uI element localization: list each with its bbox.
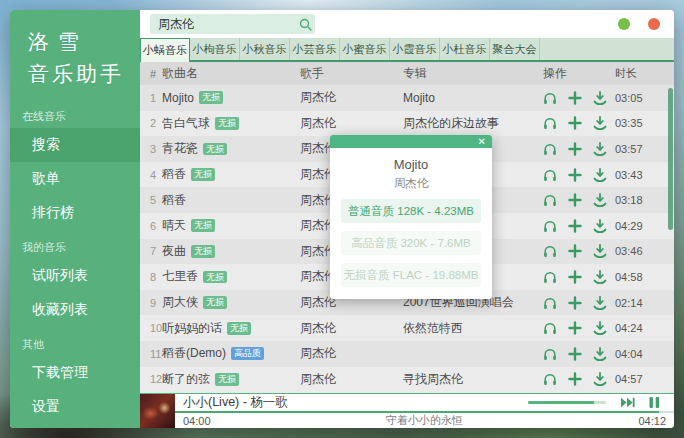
preview-icon[interactable] bbox=[543, 142, 557, 156]
quality-options: 普通音质 128K - 4.23MB高品音质 320K - 7.6MB无损音质 … bbox=[330, 199, 492, 287]
row-number: 8 bbox=[140, 271, 162, 283]
song-name: 听妈妈的话 bbox=[162, 320, 222, 337]
preview-icon[interactable] bbox=[543, 347, 557, 361]
preview-icon[interactable] bbox=[543, 193, 557, 207]
close-icon[interactable]: ✕ bbox=[472, 135, 492, 148]
source-tabs: 小蜗音乐小枸音乐小秋音乐小芸音乐小蜜音乐小霞音乐小杜音乐聚合大会 bbox=[140, 38, 674, 62]
scrollbar-thumb[interactable] bbox=[668, 88, 673, 230]
add-icon[interactable] bbox=[568, 244, 582, 258]
table-row[interactable]: 2告白气球无损周杰伦周杰伦的床边故事03:35 bbox=[140, 111, 674, 137]
preview-icon[interactable] bbox=[543, 168, 557, 182]
minimize-button[interactable] bbox=[618, 18, 630, 30]
add-icon[interactable] bbox=[568, 372, 582, 386]
preview-icon[interactable] bbox=[543, 91, 557, 105]
sidebar-item-search[interactable]: 搜索 bbox=[10, 128, 140, 162]
table-row[interactable]: 1Mojito无损周杰伦Mojito03:05 bbox=[140, 85, 674, 111]
artist-name: 周杰伦 bbox=[300, 320, 403, 337]
add-icon[interactable] bbox=[568, 193, 582, 207]
search-input[interactable] bbox=[150, 17, 295, 31]
desktop-wallpaper: 洛雪 音乐助手 在线音乐搜索歌单排行榜我的音乐试听列表收藏列表其他下载管理设置 bbox=[0, 0, 684, 438]
add-icon[interactable] bbox=[568, 296, 582, 310]
sidebar-item-listen-list[interactable]: 试听列表 bbox=[10, 259, 140, 293]
sidebar-item-leaderboard[interactable]: 排行榜 bbox=[10, 196, 140, 230]
table-header: #歌曲名歌手专辑操作时长 bbox=[140, 62, 674, 85]
player-bar: 小小(Live) - 杨一歌 bbox=[140, 393, 674, 428]
song-duration: 04:57 bbox=[605, 373, 674, 385]
row-actions bbox=[533, 91, 605, 105]
quality-option-1[interactable]: 高品音质 320K - 7.6MB bbox=[341, 231, 481, 255]
tab-xiaoqiu[interactable]: 小秋音乐 bbox=[240, 38, 290, 60]
add-icon[interactable] bbox=[568, 91, 582, 105]
quality-option-2[interactable]: 无损音质 FLAC - 19.88MB bbox=[341, 263, 481, 287]
song-duration: 03:18 bbox=[605, 194, 674, 206]
tab-xiaodu[interactable]: 小杜音乐 bbox=[440, 38, 490, 60]
add-icon[interactable] bbox=[568, 219, 582, 233]
sidebar-item-settings[interactable]: 设置 bbox=[10, 390, 140, 424]
quality-option-0[interactable]: 普通音质 128K - 4.23MB bbox=[341, 199, 481, 223]
volume-slider[interactable] bbox=[528, 401, 606, 404]
modal-header: ✕ bbox=[330, 135, 492, 148]
song-name-cell: 听妈妈的话无损 bbox=[162, 320, 300, 337]
song-name-cell: 稻香无损 bbox=[162, 166, 300, 183]
tab-xiaowo[interactable]: 小蜗音乐 bbox=[140, 38, 190, 62]
song-duration: 03:46 bbox=[605, 245, 674, 257]
song-name: 青花瓷 bbox=[162, 140, 198, 157]
row-number: 4 bbox=[140, 169, 162, 181]
row-number: 1 bbox=[140, 92, 162, 104]
add-icon[interactable] bbox=[568, 142, 582, 156]
add-icon[interactable] bbox=[568, 270, 582, 284]
album-art[interactable] bbox=[140, 394, 175, 428]
preview-icon[interactable] bbox=[543, 270, 557, 284]
add-icon[interactable] bbox=[568, 347, 582, 361]
song-duration: 03:05 bbox=[605, 92, 674, 104]
row-actions bbox=[533, 168, 605, 182]
preview-icon[interactable] bbox=[543, 219, 557, 233]
table-row[interactable]: 12断了的弦无损周杰伦寻找周杰伦04:57 bbox=[140, 367, 674, 393]
add-icon[interactable] bbox=[568, 168, 582, 182]
progress-played bbox=[175, 411, 659, 413]
search-icon[interactable] bbox=[295, 18, 315, 31]
song-name-cell: 周大侠无损 bbox=[162, 294, 300, 311]
row-number: 7 bbox=[140, 245, 162, 257]
quality-badge: 无损 bbox=[215, 117, 239, 130]
search-box[interactable] bbox=[150, 14, 315, 34]
table-row[interactable]: 10听妈妈的话无损周杰伦依然范特西04:24 bbox=[140, 315, 674, 341]
preview-icon[interactable] bbox=[543, 116, 557, 130]
progress-bar[interactable] bbox=[175, 411, 674, 413]
tab-xiaomi[interactable]: 小蜜音乐 bbox=[340, 38, 390, 60]
song-name: 稻香 bbox=[162, 166, 186, 183]
sidebar-nav: 在线音乐搜索歌单排行榜我的音乐试听列表收藏列表其他下载管理设置 bbox=[10, 99, 140, 424]
row-actions bbox=[533, 372, 605, 386]
add-icon[interactable] bbox=[568, 321, 582, 335]
total-time: 04:12 bbox=[638, 415, 666, 427]
row-number: 5 bbox=[140, 194, 162, 206]
tab-xiaogou[interactable]: 小枸音乐 bbox=[190, 38, 240, 60]
sidebar: 洛雪 音乐助手 在线音乐搜索歌单排行榜我的音乐试听列表收藏列表其他下载管理设置 bbox=[10, 10, 140, 428]
pause-button[interactable] bbox=[647, 396, 662, 409]
next-track-button[interactable] bbox=[620, 396, 635, 409]
add-icon[interactable] bbox=[568, 116, 582, 130]
column-header: 歌曲名 bbox=[162, 65, 300, 82]
row-number: 2 bbox=[140, 117, 162, 129]
tab-juhe[interactable]: 聚合大会 bbox=[490, 38, 540, 60]
tab-xiaoxia[interactable]: 小霞音乐 bbox=[390, 38, 440, 60]
sidebar-item-collect-list[interactable]: 收藏列表 bbox=[10, 293, 140, 327]
close-button[interactable] bbox=[648, 18, 660, 30]
preview-icon[interactable] bbox=[543, 296, 557, 310]
table-row[interactable]: 11稻香(Demo)高品质周杰伦04:04 bbox=[140, 341, 674, 367]
preview-icon[interactable] bbox=[543, 244, 557, 258]
artist-name: 周杰伦 bbox=[300, 345, 403, 362]
lyric-text: 守着小小的永恒 bbox=[211, 413, 639, 428]
row-number: 6 bbox=[140, 220, 162, 232]
preview-icon[interactable] bbox=[543, 321, 557, 335]
artist-name: 周杰伦 bbox=[300, 115, 403, 132]
sidebar-item-songlist[interactable]: 歌单 bbox=[10, 162, 140, 196]
player-main: 小小(Live) - 杨一歌 bbox=[175, 394, 674, 428]
song-name: 晴天 bbox=[162, 217, 186, 234]
song-name-cell: Mojito无损 bbox=[162, 91, 300, 105]
tab-xiaoyun[interactable]: 小芸音乐 bbox=[290, 38, 340, 60]
column-header: 操作 bbox=[533, 65, 605, 82]
preview-icon[interactable] bbox=[543, 372, 557, 386]
row-actions bbox=[533, 116, 605, 130]
sidebar-item-download-manager[interactable]: 下载管理 bbox=[10, 356, 140, 390]
